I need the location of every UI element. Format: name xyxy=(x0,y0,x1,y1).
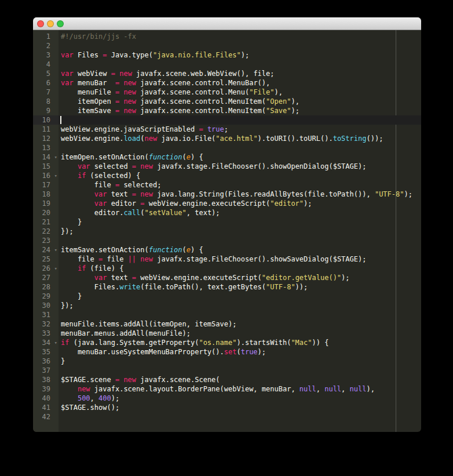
code-token[interactable]: = xyxy=(132,190,136,198)
code-token[interactable]: $STAGE.scene xyxy=(61,376,115,384)
code-line-text[interactable]: var text = webView.engine.executeScript(… xyxy=(59,273,421,282)
code-line[interactable]: 36} xyxy=(33,357,421,366)
code-token[interactable]: ) { xyxy=(191,153,203,161)
code-token[interactable]: file xyxy=(103,255,127,263)
fold-widget-icon[interactable]: ▾ xyxy=(54,245,57,255)
gutter-line-number[interactable]: 10 xyxy=(33,115,59,125)
gutter-line-number[interactable]: 20 xyxy=(33,208,59,217)
code-line-text[interactable]: menuBar.menus.addAll(menuFile); xyxy=(59,329,421,338)
code-token[interactable]: selected xyxy=(90,162,132,170)
code-token[interactable]: new xyxy=(140,190,153,198)
code-token[interactable]: )); xyxy=(295,283,308,291)
code-line-text[interactable]: var Files = Java.type("java.nio.file.Fil… xyxy=(59,50,421,60)
zoom-window-button[interactable] xyxy=(57,20,64,27)
gutter-line-number[interactable]: 5 xyxy=(33,69,59,78)
code-token[interactable]: )) { xyxy=(312,339,329,347)
fold-widget-icon[interactable]: ▾ xyxy=(54,264,57,273)
code-token[interactable] xyxy=(61,385,78,393)
code-line-text[interactable]: menuFile.items.addAll(itemOpen, itemSave… xyxy=(59,319,421,329)
code-line-text[interactable]: if (selected) { xyxy=(59,171,421,180)
code-line[interactable]: 2 xyxy=(33,41,421,50)
code-token[interactable]: webView.engine.executeScript( xyxy=(145,199,271,208)
code-line[interactable]: 33menuBar.menus.addAll(menuFile); xyxy=(33,329,421,338)
code-token[interactable]: selected; xyxy=(119,181,161,189)
gutter-line-number[interactable]: 2 xyxy=(33,41,59,50)
code-line[interactable]: 5var webView = new javafx.scene.web.WebV… xyxy=(33,69,421,78)
gutter-line-number[interactable]: 28 xyxy=(33,282,59,292)
code-line[interactable]: 8 itemOpen = new javafx.scene.control.Me… xyxy=(33,97,421,106)
code-line-text[interactable]: var editor = webView.engine.executeScrip… xyxy=(59,199,421,208)
code-token[interactable]: load xyxy=(123,135,140,143)
code-token[interactable]: $STAGE.show(); xyxy=(61,404,119,412)
gutter-line-number[interactable]: 35 xyxy=(33,347,59,357)
code-token[interactable]: javafx.scene.control.MenuItem( xyxy=(136,97,266,106)
code-token[interactable]: }); xyxy=(61,301,74,310)
code-token[interactable]: write xyxy=(119,283,140,291)
code-token[interactable]: ); xyxy=(291,107,299,115)
gutter-line-number[interactable]: 40 xyxy=(33,394,59,403)
code-token[interactable]: ( xyxy=(140,209,144,217)
gutter-line-number[interactable]: 11 xyxy=(33,125,59,134)
code-line-text[interactable]: var menuBar = new javafx.scene.control.M… xyxy=(59,78,421,88)
gutter-line-number[interactable]: 1 xyxy=(33,32,59,41)
code-line[interactable]: 23 xyxy=(33,236,421,245)
code-token[interactable]: null xyxy=(299,385,316,393)
code-token[interactable]: Files xyxy=(74,51,103,59)
code-token[interactable]: ), xyxy=(291,97,299,106)
code-line[interactable]: 15 var selected = new javafx.stage.FileC… xyxy=(33,162,421,171)
code-token[interactable]: menuFile.items.addAll(itemOpen, itemSave… xyxy=(61,320,236,328)
code-token[interactable]: "java.nio.file.Files" xyxy=(153,51,241,59)
code-token[interactable]: ); xyxy=(304,199,312,208)
code-line-text[interactable] xyxy=(59,115,421,125)
code-line[interactable]: 27 var text = webView.engine.executeScri… xyxy=(33,273,421,282)
code-line[interactable]: 13 xyxy=(33,143,421,152)
code-line[interactable]: 28 Files.write(file.toPath(), text.getBy… xyxy=(33,282,421,292)
code-line-text[interactable]: if (java.lang.System.getProperty("os.nam… xyxy=(59,338,421,347)
code-line[interactable]: 11webView.engine.javaScriptEnabled = tru… xyxy=(33,125,421,134)
code-token[interactable]: "UTF-8" xyxy=(375,190,404,198)
code-line-text[interactable] xyxy=(59,366,421,375)
code-token[interactable]: java.io.File( xyxy=(157,135,215,143)
code-line[interactable]: 4 xyxy=(33,60,421,69)
gutter-line-number[interactable]: 34▾ xyxy=(33,338,59,347)
code-token[interactable] xyxy=(61,190,94,198)
code-token[interactable]: javafx.scene.Scene( xyxy=(136,376,220,384)
gutter-line-number[interactable]: 37 xyxy=(33,366,59,375)
code-token[interactable]: function xyxy=(149,246,182,254)
code-token[interactable]: (file.toPath(), text.getBytes( xyxy=(140,283,266,291)
code-line[interactable]: 6var menuBar = new javafx.scene.control.… xyxy=(33,78,421,88)
code-line-text[interactable] xyxy=(59,41,421,50)
code-token[interactable]: ).startsWith( xyxy=(236,339,291,347)
code-token[interactable]: Java.type( xyxy=(107,51,153,59)
code-token[interactable]: = xyxy=(111,70,115,78)
fold-widget-icon[interactable]: ▾ xyxy=(54,152,57,162)
code-token[interactable]: (java.lang.System.getProperty( xyxy=(69,339,199,347)
gutter-line-number[interactable]: 32 xyxy=(33,319,59,329)
code-token[interactable]: "Open" xyxy=(266,97,291,106)
code-line[interactable]: 40 500, 400); xyxy=(33,394,421,403)
code-token[interactable]: javafx.stage.FileChooser().showSaveDialo… xyxy=(153,255,366,263)
code-token[interactable] xyxy=(61,172,78,180)
code-line-text[interactable]: menuBar.useSystemMenuBarProperty().set(t… xyxy=(59,347,421,357)
code-token[interactable]: itemSave.setOnAction( xyxy=(61,246,149,254)
code-token[interactable]: toString xyxy=(333,135,367,143)
code-line-text[interactable]: editor.call("setValue", text); xyxy=(59,208,421,217)
code-token[interactable]: ), xyxy=(275,88,283,96)
code-line[interactable]: 34▾if (java.lang.System.getProperty("os.… xyxy=(33,338,421,347)
gutter-line-number[interactable]: 6 xyxy=(33,78,59,88)
gutter-line-number[interactable]: 3 xyxy=(33,50,59,60)
code-token[interactable]: true xyxy=(207,125,224,133)
code-line[interactable]: 38$STAGE.scene = new javafx.scene.Scene( xyxy=(33,375,421,384)
gutter-line-number[interactable]: 39 xyxy=(33,384,59,394)
code-line-text[interactable]: }); xyxy=(59,301,421,310)
code-token[interactable]: javafx.stage.FileChooser().showOpenDialo… xyxy=(153,162,366,170)
code-token[interactable]: javafx.scene.control.MenuBar(), xyxy=(136,79,270,87)
gutter-line-number[interactable]: 24▾ xyxy=(33,245,59,255)
code-line-text[interactable]: 500, 400); xyxy=(59,394,421,403)
code-token[interactable]: file xyxy=(61,181,115,189)
code-token[interactable]: ).toURI().toURL(). xyxy=(258,135,333,143)
code-line[interactable]: 42 xyxy=(33,412,421,422)
code-line-text[interactable]: itemSave.setOnAction(function(e) { xyxy=(59,245,421,255)
code-line[interactable]: 22}); xyxy=(33,227,421,236)
code-token[interactable]: javafx.scene.layout.BorderPane(webView, … xyxy=(90,385,299,393)
